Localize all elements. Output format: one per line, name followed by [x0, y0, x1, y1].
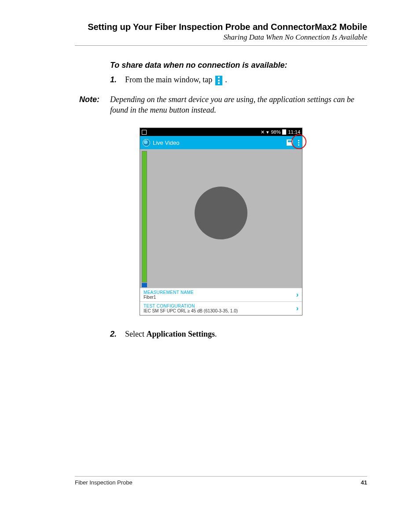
step-1: 1. From the main window, tap . [110, 74, 367, 85]
step-2: 2. Select Application Settings. [110, 329, 367, 339]
live-video-view[interactable] [140, 149, 302, 288]
measurement-label: MEASUREMENT NAME [144, 290, 194, 295]
focus-meter [142, 151, 147, 283]
note-text: Depending on the smart device you are us… [110, 94, 367, 116]
page-number: 41 [361, 479, 367, 486]
chevron-right-icon: › [296, 305, 298, 312]
footer-product: Fiber Inspection Probe [75, 479, 133, 486]
step-1-text-a: From the main window, tap [125, 75, 214, 84]
fiber-endface [195, 187, 247, 239]
step-2-bold: Application Settings [146, 330, 215, 338]
header-rule [75, 45, 367, 46]
appbar-title: Live Video [153, 139, 179, 146]
battery-percent: 98% [271, 129, 280, 135]
overflow-menu-button[interactable] [298, 140, 299, 146]
note: Note: Depending on the smart device you … [79, 94, 367, 116]
app-bar: Live Video [140, 136, 302, 149]
overflow-menu-icon [215, 76, 222, 85]
measurement-name-row[interactable]: MEASUREMENT NAME Fiber1 › [140, 288, 302, 301]
step-1-text-b: . [225, 75, 227, 84]
testconfig-value: IEC SM SF UPC ORL ≥ 45 dB (61300-3-35, 1… [144, 308, 238, 313]
test-configuration-row[interactable]: TEST CONFIGURATION IEC SM SF UPC ORL ≥ 4… [140, 301, 302, 315]
notification-icon [142, 130, 147, 135]
measurement-value: Fiber1 [144, 295, 194, 300]
android-statusbar: ✕ ▾ 98% 11:14 [140, 128, 302, 136]
step-2-number: 2. [110, 329, 122, 339]
mute-icon: ✕ [261, 129, 265, 135]
step-2-text-b: . [215, 330, 217, 338]
save-icon[interactable] [287, 139, 293, 146]
procedure-lead: To share data when no connection is avai… [110, 61, 367, 70]
wifi-icon: ▾ [266, 129, 269, 135]
step-1-number: 1. [110, 74, 122, 85]
section-title: Sharing Data When No Connection Is Avail… [75, 33, 367, 42]
phone-screenshot: ✕ ▾ 98% 11:14 Live Video MEA [140, 128, 302, 316]
testconfig-label: TEST CONFIGURATION [144, 304, 238, 308]
battery-icon [282, 129, 286, 135]
chapter-title: Setting up Your Fiber Inspection Probe a… [75, 22, 367, 32]
chevron-right-icon: › [296, 291, 298, 299]
page-footer: Fiber Inspection Probe 41 [75, 476, 367, 486]
step-2-text-a: Select [125, 330, 146, 338]
clock: 11:14 [288, 129, 300, 135]
app-logo [143, 139, 150, 147]
note-label: Note: [79, 94, 106, 116]
